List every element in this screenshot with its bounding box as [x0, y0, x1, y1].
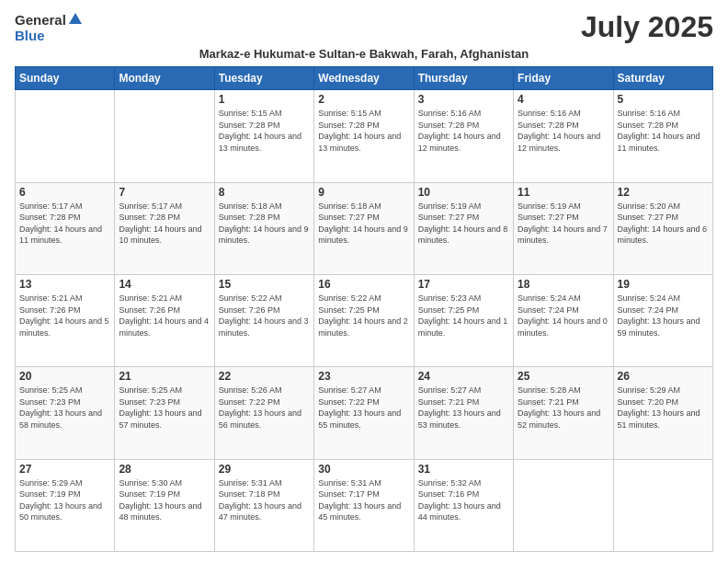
month-title: July 2025: [581, 11, 713, 43]
table-row: 3Sunrise: 5:16 AM Sunset: 7:28 PM Daylig…: [414, 90, 513, 182]
day-number: 17: [418, 278, 509, 291]
table-row: [514, 459, 613, 551]
table-row: [115, 90, 214, 182]
table-row: 19Sunrise: 5:24 AM Sunset: 7:24 PM Dayli…: [613, 274, 712, 366]
day-number: 29: [219, 463, 310, 476]
day-info: Sunrise: 5:21 AM Sunset: 7:26 PM Dayligh…: [119, 293, 210, 339]
table-row: 26Sunrise: 5:29 AM Sunset: 7:20 PM Dayli…: [613, 367, 712, 459]
header-saturday: Saturday: [613, 67, 712, 90]
day-number: 26: [618, 370, 709, 383]
day-info: Sunrise: 5:25 AM Sunset: 7:23 PM Dayligh…: [119, 385, 210, 431]
page: General Blue July 2025 Markaz-e Hukumat-…: [0, 0, 728, 563]
table-row: 8Sunrise: 5:18 AM Sunset: 7:28 PM Daylig…: [214, 182, 313, 274]
day-info: Sunrise: 5:15 AM Sunset: 7:28 PM Dayligh…: [219, 108, 310, 154]
table-row: 4Sunrise: 5:16 AM Sunset: 7:28 PM Daylig…: [514, 90, 613, 182]
day-number: 30: [318, 463, 409, 476]
header-monday: Monday: [115, 67, 214, 90]
day-info: Sunrise: 5:25 AM Sunset: 7:23 PM Dayligh…: [19, 385, 110, 431]
logo-icon: [67, 11, 84, 28]
table-row: 20Sunrise: 5:25 AM Sunset: 7:23 PM Dayli…: [16, 367, 115, 459]
day-info: Sunrise: 5:32 AM Sunset: 7:16 PM Dayligh…: [418, 477, 509, 523]
header-friday: Friday: [514, 67, 613, 90]
logo: General Blue: [15, 11, 84, 43]
table-row: [613, 459, 712, 551]
table-row: 15Sunrise: 5:22 AM Sunset: 7:26 PM Dayli…: [214, 274, 313, 366]
day-number: 16: [318, 278, 409, 291]
day-info: Sunrise: 5:26 AM Sunset: 7:22 PM Dayligh…: [219, 385, 310, 431]
day-info: Sunrise: 5:24 AM Sunset: 7:24 PM Dayligh…: [618, 293, 709, 339]
day-info: Sunrise: 5:27 AM Sunset: 7:22 PM Dayligh…: [318, 385, 409, 431]
table-row: 29Sunrise: 5:31 AM Sunset: 7:18 PM Dayli…: [214, 459, 313, 551]
header-sunday: Sunday: [16, 67, 115, 90]
header-tuesday: Tuesday: [214, 67, 313, 90]
day-number: 13: [19, 278, 110, 291]
table-row: 23Sunrise: 5:27 AM Sunset: 7:22 PM Dayli…: [314, 367, 414, 459]
day-info: Sunrise: 5:30 AM Sunset: 7:19 PM Dayligh…: [119, 477, 210, 523]
day-info: Sunrise: 5:19 AM Sunset: 7:27 PM Dayligh…: [418, 201, 509, 247]
subtitle: Markaz-e Hukumat-e Sultan-e Bakwah, Fara…: [15, 47, 713, 61]
day-info: Sunrise: 5:19 AM Sunset: 7:27 PM Dayligh…: [518, 201, 609, 247]
day-number: 7: [119, 186, 210, 199]
table-row: [16, 90, 115, 182]
day-number: 23: [318, 370, 409, 383]
day-number: 3: [418, 93, 509, 106]
day-info: Sunrise: 5:24 AM Sunset: 7:24 PM Dayligh…: [518, 293, 609, 339]
day-info: Sunrise: 5:16 AM Sunset: 7:28 PM Dayligh…: [618, 108, 709, 154]
calendar-table: Sunday Monday Tuesday Wednesday Thursday…: [15, 66, 713, 552]
calendar-row: 6Sunrise: 5:17 AM Sunset: 7:28 PM Daylig…: [16, 182, 713, 274]
day-info: Sunrise: 5:29 AM Sunset: 7:19 PM Dayligh…: [19, 477, 110, 523]
table-row: 7Sunrise: 5:17 AM Sunset: 7:28 PM Daylig…: [115, 182, 214, 274]
table-row: 9Sunrise: 5:18 AM Sunset: 7:27 PM Daylig…: [314, 182, 414, 274]
day-info: Sunrise: 5:31 AM Sunset: 7:18 PM Dayligh…: [219, 477, 310, 523]
day-info: Sunrise: 5:29 AM Sunset: 7:20 PM Dayligh…: [618, 385, 709, 431]
day-number: 1: [219, 93, 310, 106]
day-number: 24: [418, 370, 509, 383]
table-row: 25Sunrise: 5:28 AM Sunset: 7:21 PM Dayli…: [514, 367, 613, 459]
day-info: Sunrise: 5:15 AM Sunset: 7:28 PM Dayligh…: [318, 108, 409, 154]
table-row: 14Sunrise: 5:21 AM Sunset: 7:26 PM Dayli…: [115, 274, 214, 366]
day-number: 6: [19, 186, 110, 199]
day-number: 19: [618, 278, 709, 291]
day-info: Sunrise: 5:22 AM Sunset: 7:25 PM Dayligh…: [318, 293, 409, 339]
table-row: 30Sunrise: 5:31 AM Sunset: 7:17 PM Dayli…: [314, 459, 414, 551]
table-row: 17Sunrise: 5:23 AM Sunset: 7:25 PM Dayli…: [414, 274, 513, 366]
day-info: Sunrise: 5:20 AM Sunset: 7:27 PM Dayligh…: [618, 201, 709, 247]
day-number: 9: [318, 186, 409, 199]
table-row: 21Sunrise: 5:25 AM Sunset: 7:23 PM Dayli…: [115, 367, 214, 459]
day-number: 10: [418, 186, 509, 199]
table-row: 10Sunrise: 5:19 AM Sunset: 7:27 PM Dayli…: [414, 182, 513, 274]
logo-blue: Blue: [15, 28, 45, 43]
day-number: 11: [518, 186, 609, 199]
logo-general: General: [15, 12, 66, 28]
table-row: 22Sunrise: 5:26 AM Sunset: 7:22 PM Dayli…: [214, 367, 313, 459]
table-row: 24Sunrise: 5:27 AM Sunset: 7:21 PM Dayli…: [414, 367, 513, 459]
table-row: 5Sunrise: 5:16 AM Sunset: 7:28 PM Daylig…: [613, 90, 712, 182]
day-number: 12: [618, 186, 709, 199]
calendar-row: 20Sunrise: 5:25 AM Sunset: 7:23 PM Dayli…: [16, 367, 713, 459]
day-number: 2: [318, 93, 409, 106]
header-thursday: Thursday: [414, 67, 513, 90]
table-row: 12Sunrise: 5:20 AM Sunset: 7:27 PM Dayli…: [613, 182, 712, 274]
calendar-row: 27Sunrise: 5:29 AM Sunset: 7:19 PM Dayli…: [16, 459, 713, 551]
day-number: 8: [219, 186, 310, 199]
day-number: 21: [119, 370, 210, 383]
table-row: 11Sunrise: 5:19 AM Sunset: 7:27 PM Dayli…: [514, 182, 613, 274]
day-number: 28: [119, 463, 210, 476]
day-number: 22: [219, 370, 310, 383]
table-row: 13Sunrise: 5:21 AM Sunset: 7:26 PM Dayli…: [16, 274, 115, 366]
day-number: 5: [618, 93, 709, 106]
calendar-row: 13Sunrise: 5:21 AM Sunset: 7:26 PM Dayli…: [16, 274, 713, 366]
day-number: 18: [518, 278, 609, 291]
day-info: Sunrise: 5:18 AM Sunset: 7:28 PM Dayligh…: [219, 201, 310, 247]
header-wednesday: Wednesday: [314, 67, 414, 90]
day-info: Sunrise: 5:31 AM Sunset: 7:17 PM Dayligh…: [318, 477, 409, 523]
day-number: 15: [219, 278, 310, 291]
day-info: Sunrise: 5:17 AM Sunset: 7:28 PM Dayligh…: [19, 201, 110, 247]
day-info: Sunrise: 5:27 AM Sunset: 7:21 PM Dayligh…: [418, 385, 509, 431]
calendar-header-row: Sunday Monday Tuesday Wednesday Thursday…: [16, 67, 713, 90]
header: General Blue July 2025: [15, 11, 713, 43]
table-row: 28Sunrise: 5:30 AM Sunset: 7:19 PM Dayli…: [115, 459, 214, 551]
day-number: 4: [518, 93, 609, 106]
table-row: 2Sunrise: 5:15 AM Sunset: 7:28 PM Daylig…: [314, 90, 414, 182]
day-info: Sunrise: 5:18 AM Sunset: 7:27 PM Dayligh…: [318, 201, 409, 247]
